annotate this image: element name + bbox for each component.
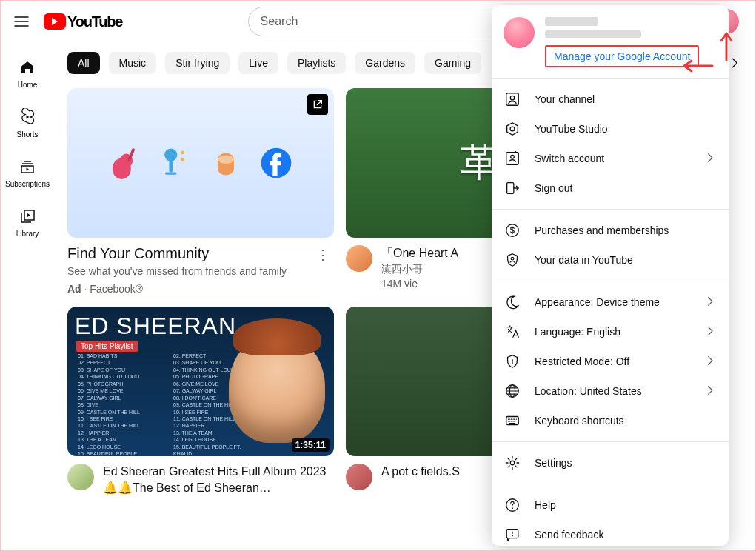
chip-gardens[interactable]: Gardens <box>355 52 415 74</box>
rail-library-label: Library <box>16 230 39 238</box>
svg-point-19 <box>512 359 513 361</box>
moon-icon <box>504 293 521 311</box>
chip-playlists[interactable]: Playlists <box>287 52 346 74</box>
ad-more-button[interactable]: ⋮ <box>312 245 334 295</box>
menu-item-purchases-and-memberships[interactable]: Purchases and memberships <box>492 216 729 245</box>
chip-music[interactable]: Music <box>109 52 157 74</box>
facebook-icon <box>258 144 295 181</box>
video-2-channel-avatar[interactable] <box>67 464 94 490</box>
chevron-right-icon <box>703 354 717 370</box>
rail-shorts-label: Shorts <box>17 130 39 138</box>
chip-all[interactable]: All <box>67 52 100 74</box>
video-1-title[interactable]: 「One Heart A <box>381 245 458 261</box>
menu-item-label: Purchases and memberships <box>535 224 669 236</box>
svg-point-11 <box>510 96 515 100</box>
svg-point-6 <box>181 151 184 155</box>
switch-account-icon <box>504 150 521 167</box>
ad-open-external-button[interactable] <box>307 94 328 115</box>
video-1-views: 14M vie <box>381 278 458 290</box>
menu-item-help[interactable]: Help <box>492 490 729 520</box>
svg-rect-5 <box>165 173 177 175</box>
svg-point-3 <box>164 148 177 161</box>
menu-item-location-united-states[interactable]: Location: United States <box>492 376 729 406</box>
svg-point-8 <box>218 156 234 164</box>
home-icon <box>19 59 36 76</box>
globe-icon <box>504 382 521 400</box>
dollar-icon <box>504 221 521 239</box>
chevron-right-icon <box>703 151 717 167</box>
menu-item-sign-out[interactable]: Sign out <box>492 173 729 203</box>
studio-icon <box>504 120 521 138</box>
shorts-icon <box>19 108 36 126</box>
chip-live[interactable]: Live <box>238 52 278 74</box>
ad-subline: See what you've missed from friends and … <box>67 265 312 277</box>
video-2-thumbnail[interactable]: ED SHEERAN Top Hits Playlist 01. BAD HAB… <box>67 307 334 456</box>
svg-point-24 <box>510 461 515 465</box>
sign-out-icon <box>504 179 521 197</box>
ad-headline: Find Your Community <box>67 245 312 262</box>
menu-item-label: Your channel <box>535 93 595 105</box>
menu-item-your-channel[interactable]: Your channel <box>492 84 729 114</box>
menu-item-restricted-mode-off[interactable]: Restricted Mode: Off <box>492 347 729 376</box>
rail-home[interactable]: Home <box>4 48 51 98</box>
menu-item-language-english[interactable]: Language: English <box>492 317 729 347</box>
video-2-portrait <box>229 332 325 443</box>
menu-item-youtube-studio[interactable]: YouTube Studio <box>492 114 729 144</box>
user-square-icon <box>504 90 521 108</box>
rail-subscriptions-label: Subscriptions <box>5 180 50 188</box>
rail-home-label: Home <box>18 81 38 89</box>
keyboard-icon <box>504 412 521 430</box>
video-1-channel[interactable]: 滇西小哥 <box>381 263 458 276</box>
annotation-arrow-left <box>680 59 714 73</box>
menu-item-appearance-device-theme[interactable]: Appearance: Device theme <box>492 287 729 317</box>
video-2-duration: 1:35:11 <box>292 438 330 452</box>
rail-subscriptions[interactable]: Subscriptions <box>4 147 51 197</box>
hamburger-menu-button[interactable] <box>13 13 30 30</box>
video-3-channel-avatar[interactable] <box>346 464 372 490</box>
menu-item-label: Restricted Mode: Off <box>535 355 629 367</box>
menu-item-label: Sign out <box>535 182 572 194</box>
menu-item-settings[interactable]: Settings <box>492 448 729 478</box>
menu-item-label: Appearance: Device theme <box>535 296 660 308</box>
manage-google-account-link[interactable]: Manage your Google Account <box>545 45 699 67</box>
menu-item-label: Settings <box>535 457 572 469</box>
svg-point-26 <box>512 507 513 509</box>
svg-rect-20 <box>512 361 512 364</box>
svg-point-15 <box>511 155 515 158</box>
menu-item-switch-account[interactable]: Switch account <box>492 144 729 173</box>
chip-stir-frying[interactable]: Stir frying <box>165 52 230 74</box>
guitar-icon <box>107 144 144 181</box>
video-2-title[interactable]: Ed Sheeran Greatest Hits Full Album 2023… <box>103 464 334 495</box>
microphone-icon <box>157 144 194 181</box>
ad-thumbnail[interactable] <box>67 88 334 238</box>
svg-rect-28 <box>512 531 512 534</box>
chevron-right-icon <box>703 295 717 310</box>
svg-rect-4 <box>169 161 173 173</box>
account-email-blurred <box>545 30 641 38</box>
video-1-channel-avatar[interactable] <box>346 245 372 272</box>
shield-user-icon <box>504 251 521 269</box>
restricted-icon <box>504 353 521 370</box>
feedback-icon <box>504 526 521 544</box>
svg-rect-16 <box>507 183 514 194</box>
svg-point-7 <box>181 158 184 161</box>
account-name-blurred <box>545 17 598 26</box>
menu-item-your-data-in-youtube[interactable]: Your data in YouTube <box>492 245 729 275</box>
menu-item-label: YouTube Studio <box>535 123 608 135</box>
video-3-title[interactable]: A pot c fields.S <box>381 464 460 480</box>
menu-item-label: Your data in YouTube <box>535 254 633 266</box>
menu-item-label: Keyboard shortcuts <box>535 415 624 427</box>
video-card-2: ED SHEERAN Top Hits Playlist 01. BAD HAB… <box>67 307 334 495</box>
youtube-logo[interactable]: YouTube <box>44 13 122 30</box>
svg-point-18 <box>511 257 514 260</box>
menu-item-keyboard-shortcuts[interactable]: Keyboard shortcuts <box>492 406 729 435</box>
help-icon <box>504 496 521 514</box>
chevron-right-icon <box>703 324 717 340</box>
rail-library[interactable]: Library <box>4 197 51 247</box>
menu-item-label: Help <box>535 499 556 511</box>
chevron-right-icon <box>703 384 717 399</box>
rail-shorts[interactable]: Shorts <box>4 98 51 147</box>
chip-gaming[interactable]: Gaming <box>424 52 481 74</box>
menu-item-send-feedback[interactable]: Send feedback <box>492 520 729 546</box>
library-icon <box>19 207 36 225</box>
